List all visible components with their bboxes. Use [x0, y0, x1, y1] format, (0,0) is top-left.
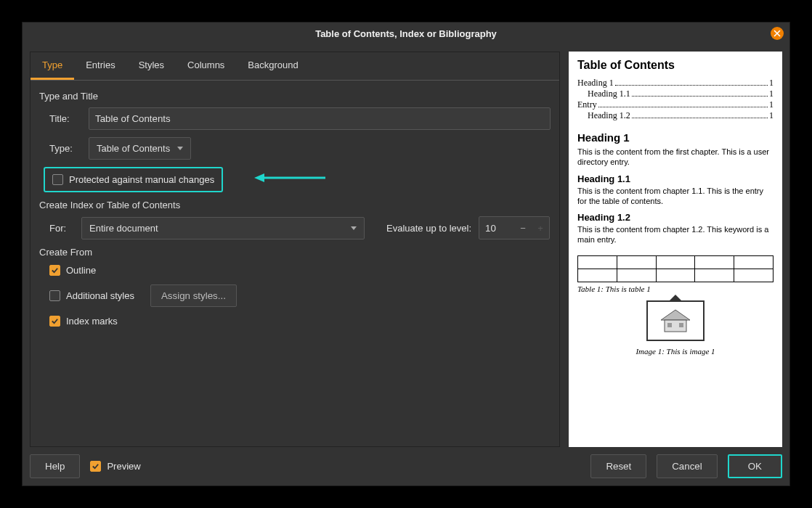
content-row: Type Entries Styles Columns Background T… — [23, 44, 789, 447]
preview-para: This is the content from chapter 1.1. Th… — [577, 186, 774, 207]
table-caption: Table 1: This is table 1 — [577, 284, 774, 293]
preview-checkbox[interactable] — [90, 461, 101, 472]
svg-rect-4 — [667, 323, 672, 327]
type-select-value: Table of Contents — [97, 143, 170, 154]
tab-columns[interactable]: Columns — [176, 52, 236, 80]
section-create-index: Create Index or Table of Contents — [39, 200, 551, 210]
help-button[interactable]: Help — [30, 454, 80, 478]
check-icon — [51, 266, 59, 274]
preview-pane: Table of Contents Heading 1 1 Heading 1.… — [569, 52, 782, 447]
preview-table — [577, 255, 774, 282]
additional-styles-label: Additional styles — [66, 290, 134, 301]
outline-label: Outline — [66, 265, 96, 276]
tab-entries[interactable]: Entries — [74, 52, 126, 80]
ok-button[interactable]: OK — [728, 454, 782, 478]
toc-page: 1 — [769, 99, 774, 110]
toc-text: Heading 1 — [577, 78, 614, 89]
type-select[interactable]: Table of Contents — [89, 137, 191, 160]
stepper-plus[interactable]: + — [532, 217, 549, 239]
for-select[interactable]: Entire document — [81, 217, 365, 239]
preview-toc-title: Table of Contents — [577, 59, 774, 72]
bottom-bar: Help Preview Reset Cancel OK — [30, 454, 782, 478]
tabs-bar: Type Entries Styles Columns Background — [31, 52, 559, 81]
toc-leader — [598, 107, 768, 107]
toc-leader — [632, 96, 768, 97]
title-field[interactable] — [89, 107, 551, 130]
tab-background[interactable]: Background — [236, 52, 309, 80]
title-bar: Table of Contents, Index or Bibliography — [23, 22, 789, 44]
toc-page: 1 — [769, 110, 774, 121]
image-caption: Image 1: This is image 1 — [577, 347, 774, 356]
svg-marker-1 — [254, 173, 264, 182]
preview-para: This is the content from chapter 1.2. Th… — [577, 224, 774, 245]
toc-row: Heading 1 1 — [577, 78, 774, 89]
section-create-from: Create From — [39, 247, 551, 258]
svg-rect-5 — [679, 323, 683, 327]
svg-marker-2 — [661, 310, 690, 320]
for-select-value: Entire document — [89, 223, 158, 234]
evaluate-label: Evaluate up to level: — [386, 223, 471, 234]
toc-row: Heading 1.1 1 — [577, 89, 774, 99]
index-marks-label: Index marks — [66, 316, 118, 327]
preview-image — [646, 300, 705, 341]
toc-page: 1 — [769, 89, 774, 99]
evaluate-stepper[interactable]: − + — [479, 216, 550, 239]
preview-heading1: Heading 1 — [577, 131, 774, 144]
check-icon — [92, 462, 100, 470]
toc-text: Heading 1.2 — [588, 110, 630, 121]
additional-styles-checkbox[interactable] — [49, 290, 60, 301]
preview-heading12: Heading 1.2 — [577, 212, 774, 223]
toc-leader — [632, 118, 768, 118]
toc-page: 1 — [769, 78, 774, 89]
section-type-title: Type and Title — [39, 91, 551, 102]
highlight-arrow-icon — [253, 170, 325, 186]
toc-row: Entry 1 — [577, 99, 774, 110]
outline-checkbox[interactable] — [49, 265, 60, 276]
protected-highlight: Protected against manual changes — [44, 167, 223, 192]
title-label: Title: — [49, 113, 81, 124]
preview-label: Preview — [107, 461, 140, 472]
toc-text: Entry — [577, 99, 597, 110]
protected-label: Protected against manual changes — [69, 174, 214, 185]
preview-para: This is the content from the first chapt… — [577, 147, 774, 168]
type-label: Type: — [49, 143, 81, 154]
stepper-minus[interactable]: − — [514, 217, 532, 239]
evaluate-value[interactable] — [479, 218, 514, 239]
dialog-window: Table of Contents, Index or Bibliography… — [22, 22, 790, 486]
toc-leader — [615, 85, 768, 86]
tab-type[interactable]: Type — [31, 52, 74, 80]
close-button[interactable] — [771, 27, 784, 40]
index-marks-checkbox[interactable] — [49, 316, 60, 327]
for-label: For: — [49, 223, 74, 234]
check-icon — [51, 317, 59, 325]
cancel-button[interactable]: Cancel — [657, 454, 718, 478]
assign-styles-button[interactable]: Assign styles... — [150, 284, 237, 307]
chevron-down-icon — [351, 226, 357, 230]
toc-text: Heading 1.1 — [588, 89, 630, 99]
toc-row: Heading 1.2 1 — [577, 110, 774, 121]
preview-heading11: Heading 1.1 — [577, 173, 774, 184]
chevron-down-icon — [177, 147, 183, 150]
protected-checkbox[interactable] — [52, 174, 63, 185]
reset-button[interactable]: Reset — [590, 454, 646, 478]
house-icon — [657, 308, 694, 333]
settings-pane: Type Entries Styles Columns Background T… — [30, 52, 560, 447]
close-icon — [774, 30, 781, 37]
dialog-title: Table of Contents, Index or Bibliography — [315, 28, 497, 39]
form-body: Type and Title Title: Type: Table of Con… — [31, 81, 559, 334]
tab-styles[interactable]: Styles — [127, 52, 176, 80]
